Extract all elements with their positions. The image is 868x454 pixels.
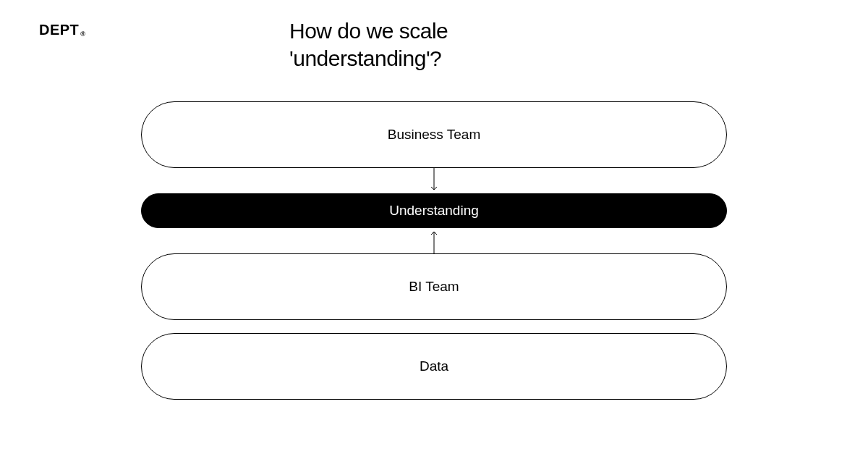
arrow-up-icon bbox=[430, 228, 438, 253]
node-bi-team: BI Team bbox=[141, 253, 727, 320]
node-understanding: Understanding bbox=[141, 193, 727, 228]
node-bi-team-label: BI Team bbox=[409, 279, 459, 295]
title-line-1: How do we scale bbox=[289, 17, 579, 45]
node-understanding-label: Understanding bbox=[389, 203, 479, 219]
flow-diagram: Business Team Understanding BI Team Data bbox=[141, 101, 727, 400]
brand-name: DEPT bbox=[39, 22, 79, 38]
brand-logo: DEPT® bbox=[39, 22, 85, 38]
slide-title: How do we scale 'understanding'? bbox=[289, 17, 579, 72]
slide: DEPT® How do we scale 'understanding'? B… bbox=[0, 0, 868, 454]
node-data-label: Data bbox=[420, 358, 448, 374]
brand-registered-mark: ® bbox=[80, 30, 85, 38]
title-line-2: 'understanding'? bbox=[289, 45, 579, 72]
node-business-team: Business Team bbox=[141, 101, 727, 168]
node-data: Data bbox=[141, 333, 727, 400]
arrow-down-icon bbox=[430, 168, 438, 193]
node-business-team-label: Business Team bbox=[388, 127, 481, 143]
